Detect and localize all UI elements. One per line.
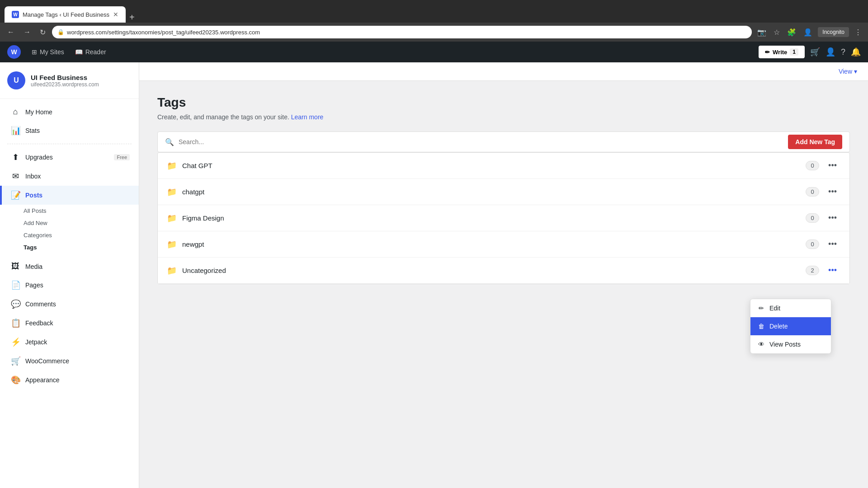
wp-logo[interactable]: W <box>7 45 21 59</box>
pages-icon: 📄 <box>11 280 20 290</box>
subnav-all-posts[interactable]: All Posts <box>24 205 139 217</box>
context-menu-edit[interactable]: ✏ Edit <box>750 299 831 317</box>
tag-menu-button[interactable]: ••• <box>825 159 840 172</box>
eye-icon: 👁 <box>758 341 765 348</box>
incognito-button[interactable]: Incognito <box>818 27 849 37</box>
sidebar-item-upgrades[interactable]: ⬆ Upgrades Free <box>0 148 139 167</box>
feedback-label: Feedback <box>25 319 53 327</box>
sidebar-item-appearance[interactable]: 🎨 Appearance <box>0 371 139 389</box>
view-button[interactable]: View ▾ <box>839 68 857 75</box>
write-label: Write <box>773 49 787 56</box>
address-bar[interactable]: 🔒 wordpress.com/settings/taxonomies/post… <box>52 26 752 38</box>
folder-icon: 📁 <box>167 213 177 223</box>
subnav-add-new[interactable]: Add New <box>24 217 139 229</box>
site-name: UI Feed Business <box>31 74 99 81</box>
address-bar-row: ← → ↻ 🔒 wordpress.com/settings/taxonomie… <box>0 23 868 42</box>
tag-count: 0 <box>806 161 819 170</box>
table-row: 📁 Figma Design 0 ••• <box>158 205 849 231</box>
context-menu-view-posts[interactable]: 👁 View Posts <box>750 335 831 353</box>
posts-label: Posts <box>25 192 42 199</box>
search-icon: 🔍 <box>165 138 174 146</box>
sidebar-item-comments[interactable]: 💬 Comments <box>0 295 139 314</box>
edit-icon: ✏ <box>758 305 765 312</box>
tag-count: 0 <box>806 213 819 223</box>
home-icon: ⌂ <box>11 107 20 117</box>
extensions-icon[interactable]: 🧩 <box>785 26 798 38</box>
pages-label: Pages <box>25 282 43 289</box>
folder-icon: 📁 <box>167 161 177 171</box>
sidebar-item-jetpack[interactable]: ⚡ Jetpack <box>0 333 139 352</box>
avatar-icon[interactable]: 👤 <box>802 26 814 38</box>
add-new-tag-button[interactable]: Add New Tag <box>788 135 842 149</box>
active-tab[interactable]: W Manage Tags ‹ UI Feed Business ✕ <box>5 6 126 23</box>
sidebar-item-posts[interactable]: 📝 Posts <box>0 186 139 205</box>
context-menu: ✏ Edit 🗑 Delete 👁 View Posts <box>750 299 831 354</box>
media-label: Media <box>25 263 42 270</box>
browser-tabs: W Manage Tags ‹ UI Feed Business ✕ + <box>5 0 138 23</box>
page-title: Tags <box>157 95 850 110</box>
trash-icon: 🗑 <box>758 323 765 330</box>
sidebar-item-pages[interactable]: 📄 Pages <box>0 276 139 295</box>
site-avatar: U <box>7 71 25 89</box>
sidebar-item-woocommerce[interactable]: 🛒 WooCommerce <box>0 352 139 371</box>
stats-icon: 📊 <box>11 126 20 136</box>
write-icon: ✏ <box>765 49 770 56</box>
upgrades-badge: Free <box>114 154 130 160</box>
tab-close-button[interactable]: ✕ <box>113 11 118 18</box>
tag-menu-button[interactable]: ••• <box>825 211 840 225</box>
view-posts-label: View Posts <box>769 341 801 348</box>
forward-button[interactable]: → <box>21 26 33 38</box>
user-avatar-icon[interactable]: 👤 <box>826 47 835 57</box>
reader-label: Reader <box>85 48 106 56</box>
my-sites-label: My Sites <box>40 48 64 56</box>
appearance-label: Appearance <box>25 376 60 384</box>
folder-icon: 📁 <box>167 239 177 249</box>
tag-menu-button-active[interactable]: ••• <box>825 264 840 277</box>
cart-icon[interactable]: 🛒 <box>810 47 820 57</box>
learn-more-link[interactable]: Learn more <box>291 113 324 121</box>
jetpack-icon: ⚡ <box>11 337 20 347</box>
tag-menu-button[interactable]: ••• <box>825 238 840 251</box>
new-tab-button[interactable]: + <box>126 12 138 23</box>
help-icon[interactable]: ? <box>841 47 845 57</box>
my-sites-nav[interactable]: ⊞ My Sites <box>32 48 64 56</box>
camera-icon[interactable]: 📷 <box>755 26 768 38</box>
subnav-categories[interactable]: Categories <box>24 229 139 241</box>
tag-count: 2 <box>806 266 819 275</box>
tag-count: 0 <box>806 187 819 197</box>
table-row: 📁 Chat GPT 0 ••• <box>158 153 849 179</box>
back-button[interactable]: ← <box>5 26 17 38</box>
reader-icon: 📖 <box>75 48 83 56</box>
tab-title: Manage Tags ‹ UI Feed Business <box>23 11 109 18</box>
sidebar-item-media[interactable]: 🖼 Media <box>0 257 139 276</box>
tags-table: 📁 Chat GPT 0 ••• 📁 chatgpt 0 ••• 📁 Figma… <box>157 152 850 284</box>
tag-menu-button[interactable]: ••• <box>825 185 840 198</box>
context-menu-delete[interactable]: 🗑 Delete <box>750 317 831 335</box>
reader-nav[interactable]: 📖 Reader <box>75 48 106 56</box>
write-button[interactable]: ✏ Write 1 <box>759 46 805 58</box>
my-home-label: My Home <box>25 108 52 116</box>
tag-name: Figma Design <box>182 214 800 222</box>
lock-icon: 🔒 <box>57 29 64 35</box>
subnav-tags[interactable]: Tags <box>24 241 139 253</box>
sidebar-item-stats[interactable]: 📊 Stats <box>0 121 139 140</box>
comments-icon: 💬 <box>11 299 20 309</box>
edit-label: Edit <box>769 305 780 312</box>
search-input[interactable] <box>179 132 783 152</box>
tag-name: chatgpt <box>182 188 800 196</box>
sidebar-item-feedback[interactable]: 📋 Feedback <box>0 314 139 333</box>
posts-subnav: All Posts Add New Categories Tags <box>0 205 139 257</box>
delete-label: Delete <box>769 323 788 330</box>
site-info[interactable]: U UI Feed Business uifeed20235.wordpress… <box>0 62 139 99</box>
refresh-button[interactable]: ↻ <box>37 26 48 38</box>
star-icon[interactable]: ☆ <box>772 26 782 38</box>
sidebar-item-my-home[interactable]: ⌂ My Home <box>0 103 139 121</box>
notifications-icon[interactable]: 🔔 <box>851 47 861 57</box>
menu-icon[interactable]: ⋮ <box>853 26 863 38</box>
woocommerce-icon: 🛒 <box>11 356 20 366</box>
page-description: Create, edit, and manage the tags on you… <box>157 113 850 121</box>
tab-favicon: W <box>12 11 19 18</box>
browser-chrome: W Manage Tags ‹ UI Feed Business ✕ + <box>0 0 868 23</box>
inbox-label: Inbox <box>25 173 41 180</box>
sidebar-item-inbox[interactable]: ✉ Inbox <box>0 167 139 186</box>
